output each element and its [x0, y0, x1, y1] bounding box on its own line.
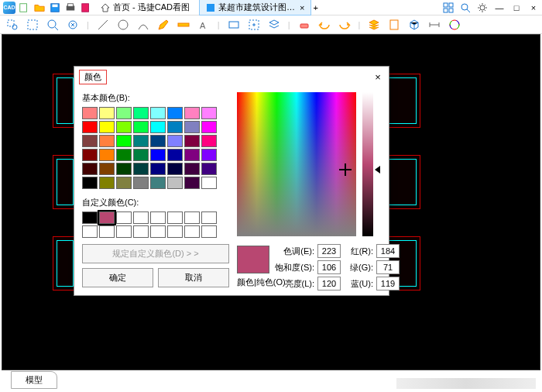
- cancel-button[interactable]: 取消: [158, 268, 229, 287]
- basic-swatch[interactable]: [150, 163, 166, 175]
- custom-swatch[interactable]: [167, 211, 183, 224]
- custom-swatch[interactable]: [99, 211, 115, 224]
- custom-swatch[interactable]: [116, 211, 132, 224]
- basic-swatch[interactable]: [150, 107, 166, 119]
- ok-button[interactable]: 确定: [82, 268, 153, 287]
- basic-swatch[interactable]: [116, 135, 132, 147]
- basic-swatch[interactable]: [150, 135, 166, 147]
- custom-swatch[interactable]: [150, 225, 166, 238]
- new-icon[interactable]: [19, 2, 29, 13]
- dialog-close-icon[interactable]: ×: [372, 71, 384, 84]
- basic-swatch[interactable]: [184, 177, 200, 189]
- custom-swatch[interactable]: [133, 225, 149, 238]
- basic-swatch[interactable]: [150, 121, 166, 133]
- basic-swatch[interactable]: [150, 149, 166, 161]
- basic-swatch[interactable]: [99, 135, 115, 147]
- custom-swatch[interactable]: [184, 211, 200, 224]
- hue-input[interactable]: [317, 244, 341, 258]
- layer-icon[interactable]: [268, 19, 280, 31]
- text-icon[interactable]: A: [197, 19, 210, 31]
- basic-swatch[interactable]: [167, 163, 183, 175]
- custom-swatch[interactable]: [133, 211, 149, 224]
- basic-swatch[interactable]: [167, 107, 183, 119]
- save-icon[interactable]: [50, 2, 60, 13]
- close-button[interactable]: ×: [528, 2, 539, 13]
- basic-swatch[interactable]: [133, 121, 149, 133]
- grid-icon[interactable]: [443, 2, 454, 13]
- erase-icon[interactable]: [298, 19, 310, 31]
- basic-swatch[interactable]: [201, 149, 217, 161]
- basic-swatch[interactable]: [167, 121, 183, 133]
- convert-icon[interactable]: [81, 2, 91, 13]
- luminance-pointer-icon[interactable]: [375, 166, 380, 174]
- custom-swatch[interactable]: [99, 225, 115, 238]
- tab-close-icon[interactable]: ×: [300, 3, 304, 12]
- basic-swatch[interactable]: [116, 121, 132, 133]
- basic-swatch[interactable]: [184, 149, 200, 161]
- lum-input[interactable]: [317, 277, 341, 291]
- basic-swatch[interactable]: [201, 163, 217, 175]
- arc-icon[interactable]: [137, 19, 149, 31]
- basic-swatch[interactable]: [133, 149, 149, 161]
- select-icon[interactable]: [248, 19, 260, 31]
- basic-swatch[interactable]: [82, 135, 98, 147]
- blue-input[interactable]: [376, 277, 400, 291]
- basic-swatch[interactable]: [82, 163, 98, 175]
- basic-swatch[interactable]: [167, 149, 183, 161]
- basic-swatch[interactable]: [184, 163, 200, 175]
- layers-icon[interactable]: [368, 19, 380, 31]
- print-icon[interactable]: [65, 2, 76, 13]
- basic-swatch[interactable]: [116, 177, 132, 189]
- dimension-icon[interactable]: [428, 19, 441, 31]
- basic-swatch[interactable]: [99, 163, 115, 175]
- custom-swatch[interactable]: [201, 211, 217, 224]
- custom-swatch[interactable]: [150, 211, 166, 224]
- basic-swatch[interactable]: [201, 177, 217, 189]
- model-tab[interactable]: 模型: [11, 371, 57, 389]
- basic-swatch[interactable]: [184, 107, 200, 119]
- define-custom-button[interactable]: 规定自定义颜色(D) > >: [82, 244, 229, 263]
- basic-swatch[interactable]: [150, 177, 166, 189]
- undo-icon[interactable]: [318, 19, 331, 31]
- basic-swatch[interactable]: [167, 177, 183, 189]
- tab-home[interactable]: 首页 - 迅捷CAD看图: [94, 0, 196, 15]
- basic-swatch[interactable]: [82, 177, 98, 189]
- basic-swatch[interactable]: [82, 107, 98, 119]
- basic-swatch[interactable]: [201, 135, 217, 147]
- maximize-button[interactable]: □: [511, 2, 522, 13]
- basic-swatch[interactable]: [133, 135, 149, 147]
- add-tab-icon[interactable]: +: [313, 3, 317, 12]
- custom-swatch[interactable]: [82, 225, 98, 238]
- page-icon[interactable]: [388, 19, 400, 31]
- custom-swatch[interactable]: [116, 225, 132, 238]
- color-spectrum[interactable]: [237, 92, 356, 236]
- measure-icon[interactable]: [177, 19, 190, 31]
- basic-swatch[interactable]: [184, 135, 200, 147]
- open-icon[interactable]: [34, 2, 45, 13]
- basic-swatch[interactable]: [99, 149, 115, 161]
- custom-swatch[interactable]: [184, 225, 200, 238]
- basic-swatch[interactable]: [116, 163, 132, 175]
- zoom-window-icon[interactable]: [6, 19, 19, 31]
- color-wheel-icon[interactable]: [448, 19, 461, 31]
- basic-swatch[interactable]: [201, 107, 217, 119]
- search-icon[interactable]: [460, 2, 471, 13]
- 3d-icon[interactable]: [408, 19, 420, 31]
- tab-document[interactable]: 某超市建筑设计图… ×: [199, 0, 311, 15]
- circle-icon[interactable]: [117, 19, 129, 31]
- basic-swatch[interactable]: [184, 121, 200, 133]
- pencil-icon[interactable]: [157, 19, 170, 31]
- basic-swatch[interactable]: [116, 107, 132, 119]
- sat-input[interactable]: [317, 260, 341, 274]
- rect-icon[interactable]: [228, 19, 240, 31]
- basic-swatch[interactable]: [133, 163, 149, 175]
- basic-swatch[interactable]: [167, 135, 183, 147]
- zoom-region-icon[interactable]: [26, 19, 39, 31]
- red-input[interactable]: [376, 244, 400, 258]
- basic-swatch[interactable]: [133, 177, 149, 189]
- basic-swatch[interactable]: [201, 121, 217, 133]
- zoom-prev-icon[interactable]: [67, 19, 79, 31]
- basic-swatch[interactable]: [99, 121, 115, 133]
- zoom-extents-icon[interactable]: [46, 19, 59, 31]
- custom-swatch[interactable]: [82, 211, 98, 224]
